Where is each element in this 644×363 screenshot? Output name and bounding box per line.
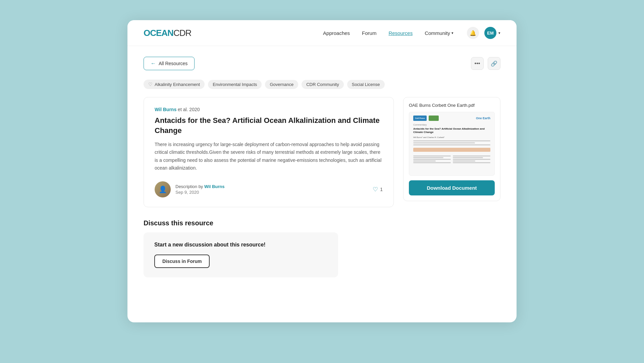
copy-link-button[interactable]: 🔗 <box>488 57 500 70</box>
tag-environmental[interactable]: Environmental Impacts <box>208 80 262 89</box>
doc-preview-authors: Wil Burns* and Charles R. Corbett* <box>413 136 490 138</box>
author-name-link[interactable]: Wil Burns <box>155 107 176 112</box>
app-window: OCEAN CDR Approaches Forum Resources Com… <box>127 20 517 322</box>
preview-line-highlight <box>413 148 490 152</box>
main-content: ← All Resources ••• 🔗 ♡ Alkalinity Enhan… <box>127 46 517 288</box>
discuss-section-title: Discuss this resource <box>144 219 500 227</box>
description-by-text: Description by <box>175 184 204 189</box>
logo-cdr-text: CDR <box>173 28 191 38</box>
avatar-chevron-icon: ▾ <box>498 31 500 35</box>
article-meta-desc: Description by Wil Burns <box>175 184 225 189</box>
article-footer: 👤 Description by Wil Burns Sep 9, 2020 ♡… <box>155 181 383 197</box>
author-rest: et al. 2020 <box>178 107 200 112</box>
article-footer-right: ♡ 1 <box>373 186 383 193</box>
nav-resources[interactable]: Resources <box>388 30 413 36</box>
logo-ocean-text: OCEAN <box>144 28 173 38</box>
article-card: Wil Burns et al. 2020 Antacids for the S… <box>144 97 394 207</box>
breadcrumb-row: ← All Resources ••• 🔗 <box>144 57 500 70</box>
back-arrow-icon: ← <box>151 60 156 66</box>
preview-line <box>413 142 475 143</box>
main-layout: Wil Burns et al. 2020 Antacids for the S… <box>144 97 500 207</box>
preview-line <box>413 140 490 141</box>
tag-cdr-community[interactable]: CDR Community <box>302 80 344 89</box>
doc-preview-col-right <box>453 155 490 163</box>
doc-filename: OAE Burns Corbett One Earth.pdf <box>409 103 495 108</box>
nav-forum[interactable]: Forum <box>362 30 376 36</box>
notifications-button[interactable]: 🔔 <box>467 27 479 39</box>
discuss-in-forum-button[interactable]: Discuss in Forum <box>154 255 210 268</box>
tag-social-license[interactable]: Social License <box>347 80 385 89</box>
document-card: OAE Burns Corbett One Earth.pdf Cell Pre… <box>403 97 500 201</box>
more-options-button[interactable]: ••• <box>471 57 484 70</box>
doc-preview-body-lines <box>413 140 490 163</box>
nav-approaches[interactable]: Approaches <box>323 30 350 36</box>
back-to-resources-button[interactable]: ← All Resources <box>144 57 195 70</box>
doc-preview: Cell Press One Earth Commentary Antacids… <box>409 112 495 176</box>
article-title: Antacids for the Sea? Artificial Ocean A… <box>155 116 383 135</box>
article-body: There is increasing urgency for large-sc… <box>155 141 383 172</box>
tag-alkalinity[interactable]: ♡ Alkalinity Enhancement <box>144 80 205 89</box>
article-author: Wil Burns et al. 2020 <box>155 107 383 112</box>
article-date: Sep 9, 2020 <box>175 190 225 195</box>
article-footer-left: 👤 Description by Wil Burns Sep 9, 2020 <box>155 181 225 197</box>
header-right: 🔔 EM ▾ <box>467 27 500 39</box>
discuss-card-title: Start a new discussion about this resour… <box>154 242 327 248</box>
like-count: 1 <box>380 187 383 192</box>
user-menu-button[interactable]: EM ▾ <box>484 27 500 39</box>
second-logo <box>429 116 439 121</box>
doc-preview-label: Commentary <box>413 124 490 126</box>
doc-preview-col-left <box>413 155 451 163</box>
header: OCEAN CDR Approaches Forum Resources Com… <box>127 20 517 46</box>
nav-community-wrapper: Community ▾ <box>425 30 453 36</box>
cell-press-logo: Cell Press <box>413 116 427 121</box>
preview-line <box>413 144 490 145</box>
meta-author-link[interactable]: Wil Burns <box>204 184 225 189</box>
logo: OCEAN CDR <box>144 28 191 38</box>
chevron-down-icon: ▾ <box>451 31 453 35</box>
doc-preview-title: Antacids for the Sea? Artificial Ocean A… <box>413 127 490 134</box>
main-nav: Approaches Forum Resources Community ▾ <box>323 30 453 36</box>
discuss-section: Discuss this resource Start a new discus… <box>144 219 500 277</box>
breadcrumb-actions: ••• 🔗 <box>471 57 500 70</box>
back-label: All Resources <box>159 61 187 66</box>
tags-row: ♡ Alkalinity Enhancement Environmental I… <box>144 80 500 89</box>
discuss-card: Start a new discussion about this resour… <box>144 232 338 277</box>
doc-preview-header: Cell Press One Earth <box>413 116 490 121</box>
article-meta: Description by Wil Burns Sep 9, 2020 <box>175 184 225 195</box>
nav-community[interactable]: Community <box>425 30 450 36</box>
tag-heart-icon: ♡ <box>148 82 153 87</box>
tag-governance[interactable]: Governance <box>265 80 298 89</box>
doc-logos: Cell Press <box>413 116 439 121</box>
download-document-button[interactable]: Download Document <box>409 180 495 195</box>
like-button[interactable]: ♡ <box>373 186 378 193</box>
doc-preview-cols <box>413 155 490 163</box>
author-avatar: 👤 <box>155 181 171 197</box>
avatar: EM <box>484 27 496 39</box>
one-earth-text: One Earth <box>476 117 490 120</box>
